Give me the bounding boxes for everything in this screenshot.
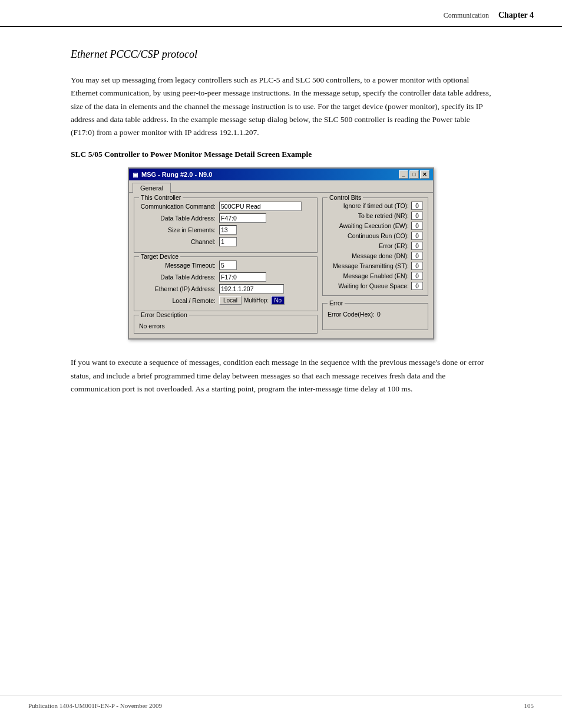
to-be-retried-value: 0 [411, 212, 423, 220]
control-bits-label: Control Bits [328, 194, 363, 201]
msg-enabled-row: Message Enabled (EN): 0 [328, 272, 423, 280]
waiting-queue-label: Waiting for Queue Space: [328, 282, 411, 289]
dialog-controls: _ □ ✕ [399, 170, 429, 179]
dialog-body: This Controller Communication Command: D… [129, 192, 433, 338]
footer-publication: Publication 1404-UM001F-EN-P - November … [28, 702, 162, 709]
waiting-queue-value: 0 [411, 282, 423, 290]
ignore-timeout-row: Ignore if timed out (TO): 0 [328, 202, 423, 210]
data-table-input[interactable] [219, 213, 266, 223]
dialog-main-row: This Controller Communication Command: D… [134, 197, 428, 334]
awaiting-exec-row: Awaiting Execution (EW): 0 [328, 222, 423, 230]
size-elements-input[interactable] [219, 225, 237, 235]
control-bits-group: Control Bits Ignore if timed out (TO): 0… [322, 197, 428, 296]
comm-command-label: Communication Command: [139, 203, 216, 210]
dialog-wrapper: ▣ MSG - Rung #2.0 - N9.0 _ □ ✕ General [71, 167, 491, 340]
msg-timeout-input[interactable] [219, 261, 237, 270]
continuous-run-label: Continuous Run (CO): [328, 232, 411, 239]
dialog-right-col: Control Bits Ignore if timed out (TO): 0… [322, 197, 428, 334]
multihop-button[interactable]: No [271, 296, 285, 305]
header-chapter-label: Chapter 4 [498, 11, 534, 20]
data-table-row: Data Table Address: [139, 213, 312, 223]
ignore-timeout-value: 0 [411, 202, 423, 210]
close-button[interactable]: ✕ [420, 170, 429, 179]
ethernet-ip-label: Ethernet (IP) Address: [139, 285, 216, 292]
page-content: Ethernet PCCC/CSP protocol You may set u… [0, 27, 562, 434]
waiting-queue-row: Waiting for Queue Space: 0 [328, 282, 423, 290]
body-paragraph-2: If you want to execute a sequence of mes… [71, 356, 491, 396]
minimize-button[interactable]: _ [399, 170, 408, 179]
msg-transmitting-label: Message Transmitting (ST): [328, 262, 411, 269]
error-desc-value: No errors [139, 319, 312, 330]
error-er-value: 0 [411, 242, 423, 250]
restore-button[interactable]: □ [409, 170, 419, 179]
msg-transmitting-value: 0 [411, 262, 423, 270]
this-controller-label: This Controller [139, 194, 183, 201]
local-remote-controls: Local MultiHop: No [219, 296, 285, 305]
error-description-section: Error Description No errors [134, 315, 318, 334]
target-device-group: Target Device Message Timeout: Data Tabl… [134, 256, 318, 311]
multihop-label: MultiHop: [244, 297, 269, 304]
footer-page-number: 105 [524, 702, 534, 709]
ethernet-ip-input[interactable] [219, 284, 284, 294]
local-remote-label: Local / Remote: [139, 297, 216, 304]
error-code-label: Error Code(Hex): [328, 311, 375, 318]
this-controller-group: This Controller Communication Command: D… [134, 197, 318, 253]
tab-general[interactable]: General [133, 183, 171, 193]
channel-label: Channel: [139, 238, 216, 245]
msg-transmitting-row: Message Transmitting (ST): 0 [328, 262, 423, 270]
error-code-value: 0 [377, 311, 381, 318]
channel-row: Channel: [139, 237, 312, 246]
comm-command-row: Communication Command: [139, 202, 312, 211]
subsection-heading: SLC 5/05 Controller to Power Monitor Mes… [71, 150, 491, 159]
local-remote-row: Local / Remote: Local MultiHop: No [139, 296, 312, 305]
comm-command-input[interactable] [219, 202, 302, 211]
error-er-label: Error (ER): [328, 242, 411, 249]
msg-timeout-row: Message Timeout: [139, 261, 312, 270]
dialog-tab-area: General [129, 180, 433, 192]
size-elements-label: Size in Elements: [139, 226, 216, 233]
page-footer: Publication 1404-UM001F-EN-P - November … [0, 696, 562, 709]
awaiting-exec-value: 0 [411, 222, 423, 230]
ethernet-ip-row: Ethernet (IP) Address: [139, 284, 312, 294]
msg-enabled-value: 0 [411, 272, 423, 280]
page-header: Communication Chapter 4 [0, 0, 562, 27]
msg-done-label: Message done (DN): [328, 252, 411, 259]
dialog-title-text: MSG - Rung #2.0 - N9.0 [141, 171, 212, 178]
msg-done-value: 0 [411, 252, 423, 260]
error-code-row: Error Code(Hex): 0 [328, 311, 423, 318]
dialog-box: ▣ MSG - Rung #2.0 - N9.0 _ □ ✕ General [128, 167, 434, 340]
dialog-titlebar: ▣ MSG - Rung #2.0 - N9.0 _ □ ✕ [129, 169, 433, 180]
data-table-label: Data Table Address: [139, 215, 216, 222]
channel-input[interactable] [219, 237, 237, 246]
target-data-table-label: Data Table Address: [139, 274, 216, 281]
continuous-run-row: Continuous Run (CO): 0 [328, 232, 423, 240]
target-device-label: Target Device [139, 253, 180, 260]
msg-timeout-label: Message Timeout: [139, 262, 216, 269]
to-be-retried-label: To be retried (NR): [328, 212, 411, 219]
error-row: Error (ER): 0 [328, 242, 423, 250]
msg-done-row: Message done (DN): 0 [328, 252, 423, 260]
ignore-timeout-label: Ignore if timed out (TO): [328, 202, 411, 209]
body-paragraph-1: You may set up messaging from legacy con… [71, 74, 491, 139]
to-be-retried-row: To be retried (NR): 0 [328, 212, 423, 220]
error-desc-heading: Error Description [139, 311, 189, 318]
awaiting-exec-label: Awaiting Execution (EW): [328, 222, 411, 229]
header-section-label: Communication [444, 11, 489, 20]
target-data-table-input[interactable] [219, 272, 266, 282]
section-title: Ethernet PCCC/CSP protocol [71, 48, 491, 61]
msg-enabled-label: Message Enabled (EN): [328, 272, 411, 279]
dialog-title-area: ▣ MSG - Rung #2.0 - N9.0 [133, 171, 212, 178]
local-button[interactable]: Local [219, 296, 242, 305]
size-elements-row: Size in Elements: [139, 225, 312, 235]
target-data-table-row: Data Table Address: [139, 272, 312, 282]
dialog-left-col: This Controller Communication Command: D… [134, 197, 318, 334]
error-section-label: Error [328, 299, 345, 307]
dialog-icon: ▣ [133, 172, 138, 178]
continuous-run-value: 0 [411, 232, 423, 240]
error-group: Error Error Code(Hex): 0 [322, 303, 428, 330]
